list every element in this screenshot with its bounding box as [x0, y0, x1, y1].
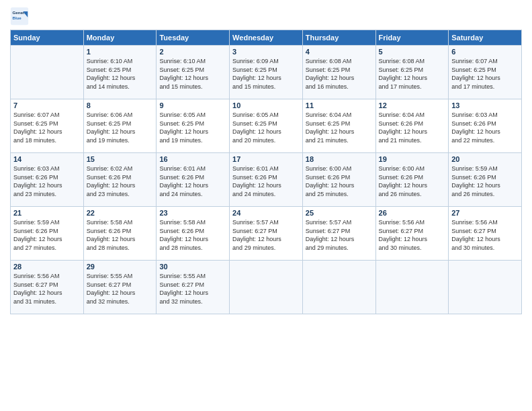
calendar-page: General Blue SundayMondayTuesdayWednesda… [0, 0, 532, 411]
calendar-cell: 8Sunrise: 6:06 AM Sunset: 6:25 PM Daylig… [83, 99, 157, 153]
calendar-cell: 14Sunrise: 6:03 AM Sunset: 6:26 PM Dayli… [11, 153, 84, 207]
week-row-2: 7Sunrise: 6:07 AM Sunset: 6:25 PM Daylig… [11, 99, 522, 153]
calendar-cell: 7Sunrise: 6:07 AM Sunset: 6:25 PM Daylig… [11, 99, 84, 153]
day-number: 2 [159, 48, 226, 56]
calendar-cell: 21Sunrise: 5:59 AM Sunset: 6:26 PM Dayli… [11, 207, 84, 261]
weekday-header-row: SundayMondayTuesdayWednesdayThursdayFrid… [11, 30, 522, 46]
day-number: 30 [159, 263, 226, 271]
calendar-cell [449, 261, 522, 314]
day-info: Sunrise: 6:06 AM Sunset: 6:25 PM Dayligh… [87, 111, 154, 144]
calendar-cell: 22Sunrise: 5:58 AM Sunset: 6:26 PM Dayli… [83, 207, 157, 261]
week-row-3: 14Sunrise: 6:03 AM Sunset: 6:26 PM Dayli… [11, 153, 522, 207]
day-info: Sunrise: 5:55 AM Sunset: 6:27 PM Dayligh… [159, 272, 226, 306]
day-info: Sunrise: 6:07 AM Sunset: 6:25 PM Dayligh… [451, 57, 519, 91]
header: General Blue [10, 7, 522, 26]
day-number: 1 [87, 48, 154, 56]
day-number: 17 [232, 155, 300, 163]
calendar-cell: 2Sunrise: 6:10 AM Sunset: 6:25 PM Daylig… [157, 46, 230, 99]
day-number: 19 [379, 155, 446, 163]
calendar-cell: 11Sunrise: 6:04 AM Sunset: 6:25 PM Dayli… [302, 99, 375, 153]
calendar-cell: 13Sunrise: 6:03 AM Sunset: 6:26 PM Dayli… [449, 99, 522, 153]
weekday-header-sunday: Sunday [11, 30, 84, 46]
day-info: Sunrise: 6:07 AM Sunset: 6:25 PM Dayligh… [13, 111, 81, 144]
day-info: Sunrise: 6:08 AM Sunset: 6:25 PM Dayligh… [306, 57, 373, 91]
calendar-cell: 28Sunrise: 5:56 AM Sunset: 6:27 PM Dayli… [11, 261, 84, 314]
day-info: Sunrise: 5:59 AM Sunset: 6:26 PM Dayligh… [451, 165, 519, 198]
day-number: 22 [87, 209, 154, 217]
calendar-cell: 24Sunrise: 5:57 AM Sunset: 6:27 PM Dayli… [230, 207, 303, 261]
calendar-cell: 9Sunrise: 6:05 AM Sunset: 6:25 PM Daylig… [157, 99, 230, 153]
day-info: Sunrise: 5:58 AM Sunset: 6:26 PM Dayligh… [159, 218, 226, 252]
day-number: 25 [306, 209, 373, 217]
day-info: Sunrise: 6:03 AM Sunset: 6:26 PM Dayligh… [451, 111, 519, 144]
calendar-cell: 15Sunrise: 6:02 AM Sunset: 6:26 PM Dayli… [83, 153, 157, 207]
day-info: Sunrise: 6:04 AM Sunset: 6:25 PM Dayligh… [306, 111, 373, 144]
day-number: 16 [159, 155, 226, 163]
calendar-cell: 5Sunrise: 6:08 AM Sunset: 6:25 PM Daylig… [375, 46, 449, 99]
calendar-cell: 30Sunrise: 5:55 AM Sunset: 6:27 PM Dayli… [157, 261, 230, 314]
calendar-cell: 27Sunrise: 5:56 AM Sunset: 6:27 PM Dayli… [449, 207, 522, 261]
day-number: 8 [87, 101, 154, 109]
day-number: 18 [306, 155, 373, 163]
calendar-cell: 18Sunrise: 6:00 AM Sunset: 6:26 PM Dayli… [302, 153, 375, 207]
day-info: Sunrise: 6:08 AM Sunset: 6:25 PM Dayligh… [379, 57, 446, 91]
week-row-4: 21Sunrise: 5:59 AM Sunset: 6:26 PM Dayli… [11, 207, 522, 261]
day-info: Sunrise: 6:09 AM Sunset: 6:25 PM Dayligh… [232, 57, 300, 91]
weekday-header-friday: Friday [375, 30, 449, 46]
day-number: 21 [13, 209, 81, 217]
day-number: 23 [159, 209, 226, 217]
day-number: 3 [232, 48, 300, 56]
calendar-cell: 10Sunrise: 6:05 AM Sunset: 6:25 PM Dayli… [230, 99, 303, 153]
day-number: 26 [379, 209, 446, 217]
day-number: 9 [159, 101, 226, 109]
week-row-1: 1Sunrise: 6:10 AM Sunset: 6:25 PM Daylig… [11, 46, 522, 99]
day-number: 27 [451, 209, 519, 217]
day-info: Sunrise: 6:10 AM Sunset: 6:25 PM Dayligh… [159, 57, 226, 91]
weekday-header-monday: Monday [83, 30, 157, 46]
weekday-header-wednesday: Wednesday [230, 30, 303, 46]
day-info: Sunrise: 5:55 AM Sunset: 6:27 PM Dayligh… [87, 272, 154, 306]
calendar-cell: 1Sunrise: 6:10 AM Sunset: 6:25 PM Daylig… [83, 46, 157, 99]
day-number: 14 [13, 155, 81, 163]
day-info: Sunrise: 6:05 AM Sunset: 6:25 PM Dayligh… [232, 111, 300, 144]
logo: General Blue [10, 7, 32, 26]
calendar-cell: 12Sunrise: 6:04 AM Sunset: 6:26 PM Dayli… [375, 99, 449, 153]
day-info: Sunrise: 6:03 AM Sunset: 6:26 PM Dayligh… [13, 165, 81, 198]
day-number: 15 [87, 155, 154, 163]
calendar-cell: 17Sunrise: 6:01 AM Sunset: 6:26 PM Dayli… [230, 153, 303, 207]
day-info: Sunrise: 5:56 AM Sunset: 6:27 PM Dayligh… [379, 218, 446, 252]
day-number: 5 [379, 48, 446, 56]
calendar-cell: 20Sunrise: 5:59 AM Sunset: 6:26 PM Dayli… [449, 153, 522, 207]
day-info: Sunrise: 6:01 AM Sunset: 6:26 PM Dayligh… [159, 165, 226, 198]
day-info: Sunrise: 5:59 AM Sunset: 6:26 PM Dayligh… [13, 218, 81, 252]
calendar-cell [375, 261, 449, 314]
day-info: Sunrise: 6:01 AM Sunset: 6:26 PM Dayligh… [232, 165, 300, 198]
day-info: Sunrise: 5:57 AM Sunset: 6:27 PM Dayligh… [306, 218, 373, 252]
day-info: Sunrise: 5:56 AM Sunset: 6:27 PM Dayligh… [13, 272, 81, 306]
day-number: 6 [451, 48, 519, 56]
calendar-cell [230, 261, 303, 314]
day-info: Sunrise: 6:04 AM Sunset: 6:26 PM Dayligh… [379, 111, 446, 144]
calendar-cell [11, 46, 84, 99]
day-info: Sunrise: 6:00 AM Sunset: 6:26 PM Dayligh… [379, 165, 446, 198]
day-number: 10 [232, 101, 300, 109]
svg-text:Blue: Blue [13, 15, 22, 20]
day-info: Sunrise: 5:56 AM Sunset: 6:27 PM Dayligh… [451, 218, 519, 252]
day-number: 24 [232, 209, 300, 217]
calendar-cell: 19Sunrise: 6:00 AM Sunset: 6:26 PM Dayli… [375, 153, 449, 207]
day-info: Sunrise: 6:10 AM Sunset: 6:25 PM Dayligh… [87, 57, 154, 91]
day-number: 20 [451, 155, 519, 163]
day-number: 28 [13, 263, 81, 271]
day-number: 12 [379, 101, 446, 109]
day-info: Sunrise: 6:02 AM Sunset: 6:26 PM Dayligh… [87, 165, 154, 198]
day-info: Sunrise: 5:57 AM Sunset: 6:27 PM Dayligh… [232, 218, 300, 252]
calendar-table: SundayMondayTuesdayWednesdayThursdayFrid… [10, 30, 522, 314]
calendar-cell [302, 261, 375, 314]
weekday-header-thursday: Thursday [302, 30, 375, 46]
calendar-cell: 16Sunrise: 6:01 AM Sunset: 6:26 PM Dayli… [157, 153, 230, 207]
logo-icon: General Blue [10, 7, 29, 26]
calendar-cell: 26Sunrise: 5:56 AM Sunset: 6:27 PM Dayli… [375, 207, 449, 261]
calendar-cell: 29Sunrise: 5:55 AM Sunset: 6:27 PM Dayli… [83, 261, 157, 314]
day-number: 11 [306, 101, 373, 109]
day-info: Sunrise: 5:58 AM Sunset: 6:26 PM Dayligh… [87, 218, 154, 252]
